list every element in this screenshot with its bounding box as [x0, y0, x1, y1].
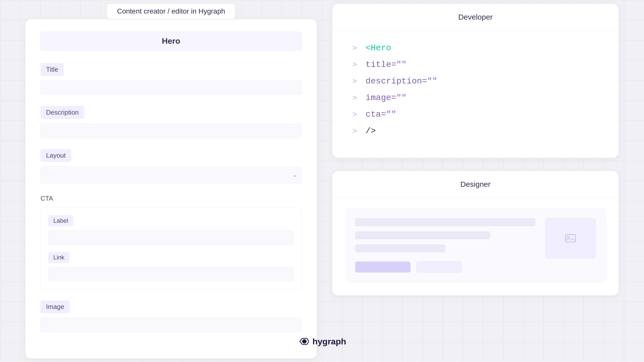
field-group-title: Title	[41, 63, 302, 95]
code-cta-attr-val: ""	[386, 110, 396, 119]
image-icon	[564, 232, 577, 245]
layout-select[interactable]	[41, 166, 302, 184]
code-description-attr: description=""	[366, 76, 437, 86]
title-input[interactable]	[41, 80, 302, 95]
designer-image-placeholder	[545, 218, 596, 258]
code-line-close: > />	[352, 126, 598, 136]
panel-tab: Content creator / editor in Hygraph	[107, 4, 235, 19]
code-line-cta: > cta=""	[352, 110, 598, 119]
left-panel: Content creator / editor in Hygraph Hero…	[25, 4, 317, 359]
field-group-image: Image	[41, 300, 302, 332]
code-line-open: > <Hero	[352, 43, 598, 53]
editor-card: Hero Title Description Layout ⌄	[25, 19, 317, 359]
designer-panel	[332, 198, 619, 295]
designer-bar-3	[355, 244, 445, 252]
code-cta-attr: cta=""	[366, 110, 396, 119]
designer-card: Designer	[332, 171, 619, 296]
hygraph-logo: hygraph	[298, 336, 346, 347]
right-panels: Developer > <Hero > title="" > descripti…	[332, 4, 619, 296]
image-input[interactable]	[41, 318, 302, 332]
designer-primary-btn[interactable]	[355, 261, 411, 273]
title-label: Title	[41, 63, 64, 76]
designer-content	[355, 218, 535, 273]
svg-rect-0	[566, 235, 576, 242]
cta-label-sublabel: Label	[48, 215, 73, 226]
code-desc-attr-name: description=	[366, 76, 427, 86]
code-image-attr: image=""	[366, 93, 407, 103]
designer-bar-1	[355, 218, 535, 226]
cta-title: CTA	[41, 195, 302, 202]
code-desc-attr-val: ""	[427, 76, 437, 86]
code-title-attr-name: title=	[366, 60, 396, 69]
cta-label-input[interactable]	[48, 230, 294, 245]
layout-label: Layout	[41, 149, 71, 162]
developer-header: Developer	[332, 4, 619, 31]
section-header: Hero	[41, 32, 302, 51]
code-panel: > <Hero > title="" > description=""	[332, 31, 619, 158]
code-title-attr: title=""	[366, 60, 407, 69]
description-label: Description	[41, 106, 84, 119]
code-arrow-6: >	[352, 127, 358, 135]
code-img-attr-val: ""	[396, 93, 407, 103]
cta-box: Label Link	[41, 207, 302, 289]
main-layout: Content creator / editor in Hygraph Hero…	[25, 4, 619, 359]
description-input[interactable]	[41, 123, 302, 138]
cta-section: CTA Label Link	[41, 195, 302, 289]
cta-link-input[interactable]	[48, 267, 294, 282]
field-group-description: Description	[41, 106, 302, 138]
layout-select-wrapper: ⌄	[41, 166, 302, 184]
designer-bar-2	[355, 231, 490, 239]
code-arrow-5: >	[352, 110, 358, 119]
cta-label-group: Label	[48, 215, 294, 245]
code-arrow-3: >	[352, 77, 358, 86]
code-open-tag: <Hero	[366, 43, 391, 53]
footer: hygraph	[298, 336, 346, 347]
hygraph-brand-name: hygraph	[312, 337, 346, 346]
code-line-title: > title=""	[352, 60, 598, 69]
section-title: Hero	[162, 36, 180, 46]
code-arrow-2: >	[352, 61, 358, 69]
developer-card: Developer > <Hero > title="" > descripti…	[332, 4, 619, 158]
designer-mockup	[345, 208, 606, 283]
code-close-tag: />	[366, 126, 376, 136]
panel-tab-label: Content creator / editor in Hygraph	[117, 7, 225, 15]
code-arrow-1: >	[352, 44, 358, 53]
code-title-attr-val: ""	[396, 60, 407, 69]
code-line-description: > description=""	[352, 76, 598, 86]
hygraph-logo-icon	[298, 336, 309, 347]
code-cta-attr-name: cta=	[366, 110, 386, 119]
field-group-layout: Layout ⌄	[41, 149, 302, 184]
cta-link-sublabel: Link	[48, 252, 69, 263]
designer-header: Designer	[332, 171, 619, 198]
image-label: Image	[41, 300, 70, 313]
code-arrow-4: >	[352, 94, 358, 102]
code-img-attr-name: image=	[366, 93, 396, 103]
code-line-image: > image=""	[352, 93, 598, 103]
cta-link-group: Link	[48, 252, 294, 282]
designer-buttons	[355, 261, 535, 273]
designer-secondary-btn[interactable]	[417, 261, 462, 273]
